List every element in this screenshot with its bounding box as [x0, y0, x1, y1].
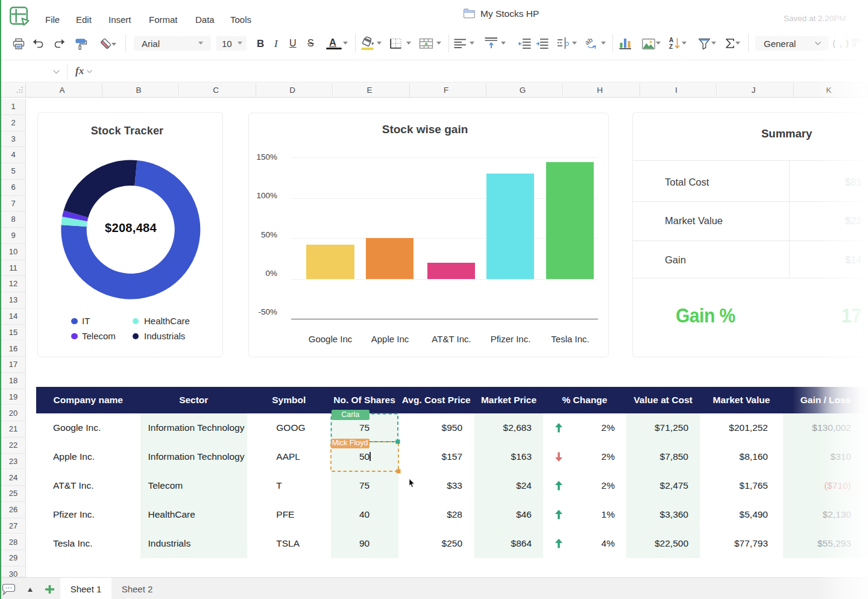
svg-text:A: A: [669, 37, 673, 43]
svg-text:Z: Z: [669, 43, 673, 50]
svg-text:ab: ab: [585, 37, 594, 46]
svg-text:a: a: [425, 41, 428, 46]
